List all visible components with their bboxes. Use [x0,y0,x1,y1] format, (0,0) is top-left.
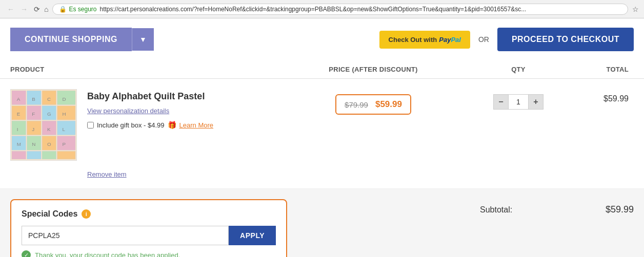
success-icon: ✓ [22,250,31,257]
spacer [287,199,480,257]
product-header: PRODUCT [10,66,267,73]
proceed-to-checkout-button[interactable]: PROCEED TO CHECKOUT [497,28,634,51]
url-bar[interactable]: 🔒 Es seguro https://cart.personalcreatio… [52,4,628,15]
info-icon[interactable]: i [82,209,91,219]
browser-icons: ☆ [632,5,639,13]
cart-item-row: A B C D E F G H I J K L M N O P [0,79,644,189]
or-label: OR [478,35,489,44]
svg-text:I: I [17,126,18,132]
subtotal-amount: $59.99 [606,204,634,215]
success-message-text: Thank you, your discount code has been a… [35,251,180,258]
total-header: TOTAL [557,66,634,73]
page-content: CONTINUE SHOPPING ▼ Check Out with PayPa… [0,18,644,257]
view-personalization-link[interactable]: View personalization details [87,107,213,115]
subtotal-label: Subtotal: [480,205,512,215]
svg-text:G: G [47,111,51,117]
product-info: Baby Alphabet Quilt Pastel View personal… [87,89,213,178]
svg-text:E: E [17,111,21,117]
gift-icon: 🎁 [168,121,176,129]
total-column: $59.99 [557,89,634,103]
svg-rect-16 [57,136,75,151]
success-message-row: ✓ Thank you, your discount code has been… [22,250,276,257]
qty-increase-button[interactable]: + [528,94,544,110]
remove-item-link[interactable]: Remove item [87,170,127,178]
svg-text:P: P [62,141,66,147]
paypal-brand-icon: PayPal [439,36,461,44]
product-image-svg: A B C D E F G H I J K L M N O P [11,89,76,161]
svg-rect-4 [57,91,75,105]
svg-text:L: L [62,126,65,132]
right-actions: Check Out with PayPal OR PROCEED TO CHEC… [379,28,634,51]
continue-shopping-dropdown[interactable]: ▼ [132,28,154,51]
qty-header: QTY [480,66,557,73]
svg-rect-17 [12,151,26,159]
gift-box-checkbox[interactable] [87,122,94,128]
subtotal-row: Subtotal: $59.99 [480,204,634,215]
svg-rect-8 [57,106,75,120]
svg-text:M: M [17,141,21,147]
svg-text:A: A [17,96,21,102]
special-codes-box: Special Codes i APPLY ✓ Thank you, your … [10,199,287,257]
secure-label: Es seguro [69,6,96,13]
svg-text:F: F [32,111,35,117]
product-image: A B C D E F G H I J K L M N O P [10,89,77,161]
code-input-row: APPLY [22,226,276,245]
special-codes-label: Special Codes [22,209,77,219]
secure-indicator: 🔒 Es seguro [59,6,96,13]
back-button[interactable]: ← [5,4,16,14]
svg-rect-12 [57,121,75,135]
qty-decrease-button[interactable]: − [493,94,509,110]
home-button[interactable]: ⌂ [44,5,48,13]
browser-bar: ← → ⟳ ⌂ 🔒 Es seguro https://cart.persona… [0,0,644,18]
svg-rect-19 [42,151,56,159]
apply-button[interactable]: APPLY [229,226,276,245]
browser-nav[interactable]: ← → [5,4,30,14]
svg-text:K: K [47,126,51,132]
subtotal-section: Subtotal: $59.99 [480,199,634,257]
svg-rect-9 [12,121,26,135]
paypal-checkout-button[interactable]: Check Out with PayPal [379,31,470,49]
svg-text:J: J [32,126,34,132]
continue-shopping-button[interactable]: CONTINUE SHOPPING [10,28,132,51]
left-actions: CONTINUE SHOPPING ▼ [10,28,154,51]
cart-table-header: PRODUCT PRICE (AFTER DISCOUNT) QTY TOTAL [0,60,644,79]
price-wrapper: $79.99 $59.99 [335,94,411,115]
top-bar: CONTINUE SHOPPING ▼ Check Out with PayPa… [0,18,644,60]
url-text: https://cart.personalcreations.com/?ref=… [100,6,527,13]
original-price: $79.99 [345,100,368,109]
discount-price: $59.99 [375,99,402,110]
price-column: $79.99 $59.99 [267,89,480,115]
lock-icon: 🔒 [59,6,67,13]
qty-column: − + [480,89,557,110]
svg-rect-20 [57,151,75,159]
product-name: Baby Alphabet Quilt Pastel [87,91,213,102]
svg-text:B: B [32,96,35,102]
refresh-button[interactable]: ⟳ [34,5,40,13]
learn-more-link[interactable]: Learn More [179,121,213,129]
svg-text:O: O [47,141,51,147]
paypal-prefix: Check Out with [389,36,437,44]
product-column: A B C D E F G H I J K L M N O P [10,89,267,178]
svg-text:C: C [47,96,51,102]
bookmark-icon[interactable]: ☆ [632,5,639,13]
svg-text:H: H [62,111,66,117]
bottom-section: Special Codes i APPLY ✓ Thank you, your … [0,189,644,257]
forward-button[interactable]: → [18,4,30,14]
svg-text:D: D [62,96,66,102]
qty-input[interactable] [509,94,528,110]
special-codes-title: Special Codes i [22,209,276,219]
promo-code-input[interactable] [22,226,229,245]
svg-rect-18 [27,151,42,159]
gift-box-row: Include gift box - $4.99 🎁 Learn More [87,121,213,129]
gift-box-label: Include gift box - $4.99 [97,121,165,129]
price-header: PRICE (AFTER DISCOUNT) [267,66,480,73]
svg-text:N: N [32,141,35,147]
